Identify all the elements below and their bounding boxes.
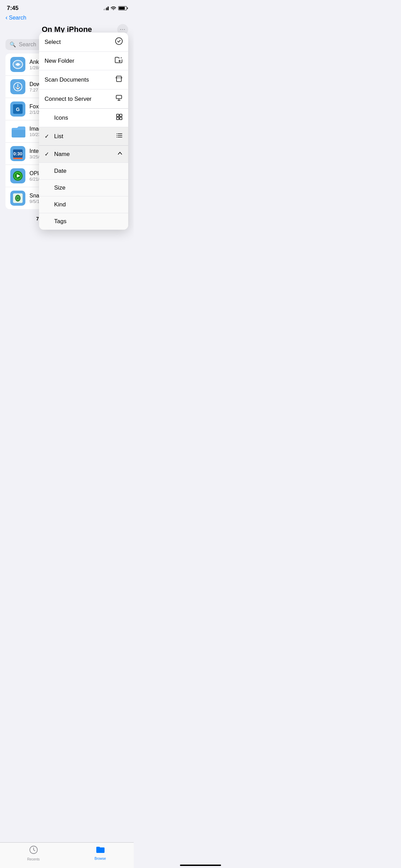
dropdown-item-list[interactable]: ✓ List — [39, 127, 128, 145]
status-time: 7:45 — [7, 5, 19, 12]
dropdown-label: Scan Documents — [45, 76, 89, 83]
dropdown-label: Icons — [54, 114, 68, 121]
file-icon-foxit: G — [10, 101, 25, 117]
file-icon-oplayer — [10, 168, 25, 183]
checkmark-name: ✓ — [45, 151, 51, 157]
dropdown-menu: Select New Folder + — [39, 33, 128, 230]
dropdown-label: List — [54, 133, 63, 140]
status-icons — [104, 6, 127, 11]
dropdown-label: Name — [54, 151, 70, 158]
dropdown-section-sort: ✓ Name Date Size — [39, 146, 128, 230]
dropdown-label: Tags — [54, 218, 66, 225]
dropdown-section-view: Icons ✓ List — [39, 109, 128, 146]
dropdown-section-actions: Select New Folder + — [39, 33, 128, 109]
scan-doc-icon — [115, 75, 123, 84]
svg-rect-34 — [117, 117, 119, 120]
list-icon — [116, 132, 123, 141]
back-label: Search — [9, 15, 26, 21]
wifi-icon — [111, 6, 116, 11]
svg-rect-33 — [120, 114, 122, 117]
dropdown-item-date[interactable]: Date — [39, 163, 128, 180]
svg-rect-29 — [116, 95, 122, 99]
dropdown-item-size[interactable]: Size — [39, 180, 128, 196]
svg-point-41 — [117, 137, 117, 137]
dropdown-item-scan-documents[interactable]: Scan Documents — [39, 70, 128, 89]
svg-rect-35 — [120, 117, 122, 120]
dropdown-item-select[interactable]: Select — [39, 33, 128, 52]
svg-rect-25 — [117, 76, 121, 82]
file-icon-snapseed — [10, 191, 25, 206]
status-bar: 7:45 — [0, 0, 134, 14]
chevron-left-icon: ‹ — [5, 14, 8, 21]
circle-check-icon — [115, 37, 123, 47]
svg-text:G: G — [16, 107, 20, 112]
svg-point-20 — [116, 38, 122, 45]
dropdown-item-icons[interactable]: Icons — [39, 109, 128, 127]
grid-icon — [116, 113, 123, 122]
svg-point-39 — [117, 133, 117, 134]
svg-point-19 — [17, 197, 19, 199]
file-icon-anki — [10, 57, 25, 72]
svg-rect-32 — [117, 114, 119, 117]
file-icon-downloads — [10, 79, 25, 94]
dropdown-item-kind[interactable]: Kind — [39, 196, 128, 213]
svg-point-40 — [117, 135, 117, 136]
search-placeholder: Search — [19, 41, 36, 48]
dropdown-label: New Folder — [45, 58, 74, 64]
svg-rect-10 — [13, 158, 23, 159]
dropdown-label: Size — [54, 184, 65, 191]
battery-icon — [118, 6, 127, 10]
dropdown-label: Select — [45, 39, 61, 46]
signal-icon — [104, 6, 109, 10]
dropdown-label: Connect to Server — [45, 96, 92, 103]
back-button[interactable]: ‹ Search — [5, 14, 128, 21]
dropdown-item-new-folder[interactable]: New Folder + — [39, 52, 128, 70]
dropdown-item-name[interactable]: ✓ Name — [39, 146, 128, 163]
search-icon: 🔍 — [10, 41, 16, 48]
dropdown-item-tags[interactable]: Tags — [39, 213, 128, 230]
chevron-up-icon — [117, 150, 123, 158]
svg-text:+: + — [120, 57, 122, 60]
file-icon-images — [10, 124, 25, 139]
dropdown-label: Kind — [54, 201, 66, 208]
svg-text:0:30: 0:30 — [13, 151, 22, 156]
back-navigation: ‹ Search — [0, 14, 134, 23]
file-icon-interval: 0:30 — [10, 146, 25, 161]
dropdown-label: Date — [54, 168, 66, 174]
server-icon — [115, 94, 123, 104]
ellipsis-icon: ··· — [120, 27, 125, 32]
checkmark-list: ✓ — [45, 133, 51, 140]
folder-plus-icon: + — [114, 57, 123, 65]
dropdown-item-connect-server[interactable]: Connect to Server — [39, 89, 128, 108]
